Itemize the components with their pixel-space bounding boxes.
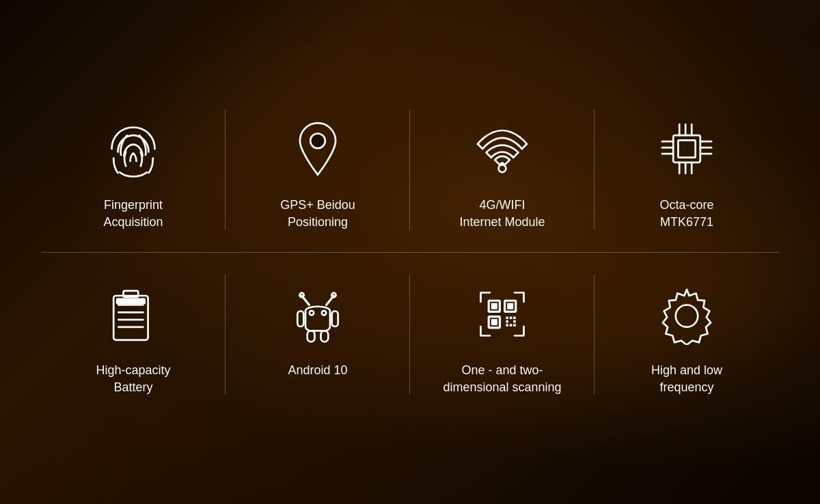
feature-gps: GPS+ Beidou Positioning	[226, 94, 410, 244]
svg-point-24	[322, 311, 326, 315]
svg-rect-39	[506, 316, 508, 319]
features-row-2: High-capacity Battery	[41, 260, 779, 410]
wifi-icon	[472, 118, 533, 180]
feature-android: Android 10	[226, 260, 410, 410]
svg-point-0	[310, 134, 325, 149]
cpu-icon-container	[653, 115, 721, 183]
android-label: Android 10	[288, 362, 347, 379]
feature-fingerprint: Fingerprint Acquisition	[41, 94, 226, 244]
android-icon-container	[284, 280, 352, 348]
content: Fingerprint Acquisition GPS+ Beidou Posi…	[0, 0, 820, 504]
gps-icon-container	[284, 115, 352, 183]
gps-icon	[287, 118, 348, 180]
cpu-icon	[656, 118, 718, 180]
svg-rect-37	[507, 303, 513, 309]
svg-rect-36	[491, 303, 497, 309]
wifi-icon-container	[468, 115, 536, 183]
frequency-label: High and low frequency	[651, 362, 722, 396]
scanner-label: One - and two- dimensional scanning	[443, 362, 561, 396]
gps-label: GPS+ Beidou Positioning	[280, 197, 355, 231]
features-row-1: Fingerprint Acquisition GPS+ Beidou Posi…	[41, 94, 779, 244]
feature-scanner: One - and two- dimensional scanning	[410, 260, 594, 410]
svg-rect-43	[513, 320, 516, 323]
scanner-icon-container	[468, 280, 536, 348]
gear-icon	[656, 283, 718, 345]
fingerprint-icon	[102, 118, 164, 180]
svg-rect-45	[510, 324, 512, 326]
svg-rect-40	[510, 316, 512, 319]
svg-rect-3	[678, 141, 695, 158]
fingerprint-icon-container	[99, 115, 167, 183]
qr-icon	[472, 283, 533, 345]
battery-label: High-capacity Battery	[96, 362, 170, 396]
svg-rect-22	[116, 298, 146, 304]
feature-frequency: High and low frequency	[594, 260, 779, 410]
battery-icon-container	[99, 280, 167, 348]
svg-rect-44	[506, 324, 508, 326]
svg-point-1	[499, 165, 506, 173]
svg-rect-46	[513, 324, 516, 326]
svg-rect-32	[321, 331, 329, 341]
battery-icon	[102, 283, 164, 345]
svg-point-23	[310, 311, 314, 315]
fingerprint-label: Fingerprint Acquisition	[103, 197, 163, 231]
svg-rect-38	[491, 319, 497, 325]
svg-rect-30	[332, 311, 338, 326]
background: Fingerprint Acquisition GPS+ Beidou Posi…	[0, 0, 820, 504]
cpu-label: Octa-core MTK6771	[659, 197, 713, 231]
svg-rect-42	[506, 320, 508, 323]
feature-wifi: 4G/WIFI Internet Module	[410, 94, 594, 244]
wifi-label: 4G/WIFI Internet Module	[459, 197, 545, 231]
svg-point-47	[676, 305, 698, 326]
gear-icon-container	[653, 280, 721, 348]
row-separator	[41, 252, 779, 253]
feature-cpu: Octa-core MTK6771	[594, 94, 779, 244]
svg-rect-31	[308, 331, 315, 341]
svg-rect-29	[297, 311, 303, 326]
android-icon	[287, 283, 348, 345]
feature-battery: High-capacity Battery	[41, 260, 226, 410]
svg-rect-41	[513, 316, 516, 319]
